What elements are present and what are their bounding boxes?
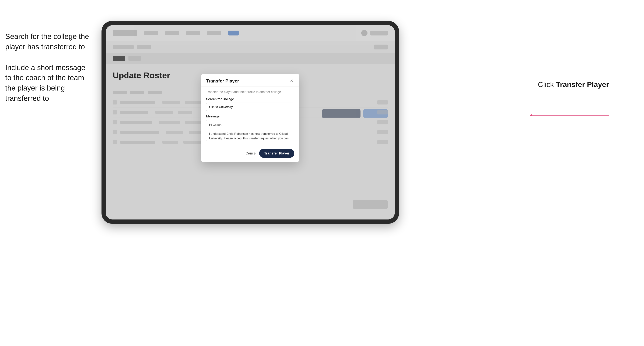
tablet-screen: Update Roster [106,25,395,219]
modal-title: Transfer Player [206,78,239,84]
transfer-player-button[interactable]: Transfer Player [259,149,294,158]
annotation-click-label: Click [538,80,556,89]
annotation-right: Click Transfer Player [538,80,609,89]
cancel-button[interactable]: Cancel [246,151,256,155]
arrow-right [530,108,611,122]
modal-overlay: Transfer Player ✕ Transfer the player an… [106,25,395,219]
modal-footer: Cancel Transfer Player [201,146,299,162]
close-icon[interactable]: ✕ [289,78,294,84]
arrow-left [5,100,110,145]
svg-marker-4 [530,114,532,117]
search-college-input[interactable] [206,103,294,111]
modal-subtitle: Transfer the player and their profile to… [206,90,294,94]
annotation-text-search: Search for the college the player has tr… [5,31,93,52]
search-college-label: Search for College [206,97,294,101]
annotation-transfer-label: Transfer Player [556,80,609,89]
modal-header: Transfer Player ✕ [201,74,299,87]
annotation-text-message: Include a short message to the coach of … [5,63,93,104]
modal-body: Transfer the player and their profile to… [201,87,299,146]
transfer-player-dialog: Transfer Player ✕ Transfer the player an… [201,74,299,162]
message-label: Message [206,115,294,118]
message-textarea[interactable]: Hi Coach, I understand Chris Robertson h… [206,120,294,141]
tablet-device: Update Roster [102,21,399,224]
